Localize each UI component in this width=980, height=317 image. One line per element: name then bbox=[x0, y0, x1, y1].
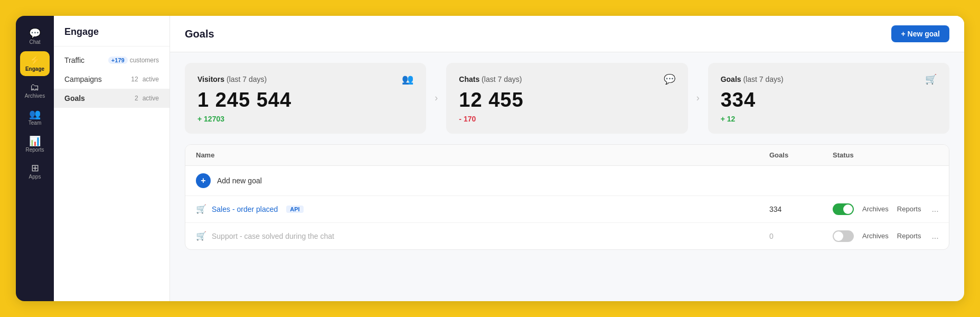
app-container: 💬 Chat ⚡ Engage 🗂 Archives 👥 Team 📊 Repo… bbox=[16, 16, 964, 301]
archives-link-1[interactable]: Archives bbox=[862, 205, 889, 213]
stat-card-visitors-title-suffix: (last 7 days) bbox=[224, 75, 267, 83]
sidebar-menu: Traffic +179 customers Campaigns 12 acti… bbox=[54, 46, 169, 112]
sidebar-item-engage[interactable]: ⚡ Engage bbox=[20, 51, 50, 76]
archives-icon: 🗂 bbox=[30, 82, 40, 92]
traffic-label: Traffic bbox=[64, 56, 84, 64]
goal-count-1: 334 bbox=[769, 205, 833, 213]
goals-stat-icon: 🛒 bbox=[925, 73, 937, 85]
cart-icon-1: 🛒 bbox=[196, 204, 206, 214]
reports-link-1[interactable]: Reports bbox=[897, 205, 921, 213]
sidebar-item-archives[interactable]: 🗂 Archives bbox=[20, 78, 50, 103]
sidebar-item-apps[interactable]: ⊞ Apps bbox=[20, 159, 50, 184]
sidebar-menu-item-goals[interactable]: Goals 2 active bbox=[54, 89, 169, 108]
stat-card-goals-header: Goals (last 7 days) 🛒 bbox=[721, 73, 937, 85]
goals-label: Goals bbox=[64, 94, 85, 102]
goals-stat-change: + 12 bbox=[721, 115, 937, 123]
campaigns-badge: 12 bbox=[131, 76, 138, 83]
new-goal-button[interactable]: + New goal bbox=[891, 25, 949, 42]
nav-label-engage: Engage bbox=[25, 67, 44, 72]
chats-change: - 170 bbox=[459, 115, 675, 123]
goals-badge-area: 2 active bbox=[135, 95, 159, 102]
goal-name-cell-1: 🛒 Sales - order placed API bbox=[196, 204, 769, 214]
status-cell-1: Archives Reports ... bbox=[833, 203, 938, 215]
stat-card-goals-title: Goals (last 7 days) bbox=[721, 75, 784, 83]
traffic-badge: +179 bbox=[108, 57, 128, 64]
col-status: Status bbox=[833, 151, 938, 159]
toggle-knob-1 bbox=[843, 204, 853, 214]
left-nav: 💬 Chat ⚡ Engage 🗂 Archives 👥 Team 📊 Repo… bbox=[16, 16, 54, 301]
stat-card-visitors-title-bold: Visitors bbox=[197, 75, 224, 83]
visitors-icon: 👥 bbox=[402, 73, 413, 85]
goal-link-2[interactable]: Support - case solved during the chat bbox=[212, 232, 334, 240]
campaigns-label: Campaigns bbox=[64, 75, 102, 83]
reports-link-2[interactable]: Reports bbox=[897, 232, 921, 240]
add-goal-plus-button[interactable]: + bbox=[196, 173, 211, 188]
visitors-change: + 12703 bbox=[197, 115, 413, 123]
stat-card-visitors-title: Visitors (last 7 days) bbox=[197, 75, 267, 83]
goals-badge: 2 bbox=[135, 95, 138, 102]
team-icon: 👥 bbox=[29, 109, 41, 119]
chats-icon: 💬 bbox=[664, 73, 675, 85]
goals-table: Name Goals Status + Add new goal 🛒 Sales… bbox=[185, 144, 949, 250]
table-row: 🛒 Sales - order placed API 334 Archives … bbox=[185, 196, 949, 223]
visitors-value: 1 245 544 bbox=[197, 89, 413, 111]
chats-value: 12 455 bbox=[459, 89, 675, 111]
campaigns-badge-suffix: active bbox=[143, 76, 159, 83]
stat-card-chats-title: Chats (last 7 days) bbox=[459, 75, 522, 83]
apps-icon: ⊞ bbox=[31, 163, 39, 173]
stat-card-chats: Chats (last 7 days) 💬 12 455 - 170 bbox=[446, 63, 687, 134]
sidebar-menu-item-campaigns[interactable]: Campaigns 12 active bbox=[54, 70, 169, 89]
campaigns-badge-area: 12 active bbox=[131, 76, 159, 83]
sidebar-item-team[interactable]: 👥 Team bbox=[20, 105, 50, 130]
stats-row: Visitors (last 7 days) 👥 1 245 544 + 127… bbox=[185, 63, 949, 134]
reports-icon: 📊 bbox=[29, 136, 41, 146]
toggle-2[interactable] bbox=[833, 230, 854, 242]
goal-count-2: 0 bbox=[769, 232, 833, 240]
stat-card-goals: Goals (last 7 days) 🛒 334 + 12 bbox=[708, 63, 949, 134]
stat-card-chats-title-suffix: (last 7 days) bbox=[479, 75, 522, 83]
table-header: Name Goals Status bbox=[185, 145, 949, 166]
stat-card-visitors: Visitors (last 7 days) 👥 1 245 544 + 127… bbox=[185, 63, 426, 134]
add-new-goal-row[interactable]: + Add new goal bbox=[185, 166, 949, 196]
app-wrapper: 💬 Chat ⚡ Engage 🗂 Archives 👥 Team 📊 Repo… bbox=[0, 0, 980, 317]
sidebar-title: Engage bbox=[54, 16, 169, 46]
main-header: Goals + New goal bbox=[170, 16, 964, 52]
stat-card-visitors-header: Visitors (last 7 days) 👥 bbox=[197, 73, 413, 85]
cart-icon-2: 🛒 bbox=[196, 231, 206, 241]
nav-label-team: Team bbox=[29, 120, 41, 126]
nav-label-reports: Reports bbox=[25, 147, 44, 153]
more-button-1[interactable]: ... bbox=[929, 204, 940, 214]
add-new-goal-label: Add new goal bbox=[217, 176, 262, 185]
sidebar-menu-item-traffic[interactable]: Traffic +179 customers bbox=[54, 51, 169, 70]
stat-card-goals-title-bold: Goals bbox=[721, 75, 741, 83]
nav-label-chat: Chat bbox=[29, 40, 40, 45]
stat-card-goals-title-suffix: (last 7 days) bbox=[741, 75, 784, 83]
traffic-badge-area: +179 customers bbox=[108, 57, 159, 64]
archives-link-2[interactable]: Archives bbox=[862, 232, 889, 240]
main-content: Goals + New goal Visitors (last 7 days) … bbox=[170, 16, 964, 301]
stat-card-chats-header: Chats (last 7 days) 💬 bbox=[459, 73, 675, 85]
nav-label-archives: Archives bbox=[25, 94, 45, 99]
status-cell-2: Archives Reports ... bbox=[833, 230, 938, 242]
sidebar: Engage Traffic +179 customers Campaigns … bbox=[54, 16, 170, 301]
sidebar-item-reports[interactable]: 📊 Reports bbox=[20, 132, 50, 157]
engage-icon: ⚡ bbox=[29, 55, 41, 65]
toggle-knob-2 bbox=[834, 231, 843, 241]
content-area: Visitors (last 7 days) 👥 1 245 544 + 127… bbox=[170, 52, 964, 301]
arrow-2: › bbox=[696, 92, 700, 104]
traffic-badge-suffix: customers bbox=[130, 57, 159, 64]
page-title: Goals bbox=[185, 28, 214, 40]
nav-label-apps: Apps bbox=[29, 174, 41, 180]
api-badge-1: API bbox=[286, 206, 303, 213]
col-goals: Goals bbox=[769, 151, 833, 159]
goals-stat-value: 334 bbox=[721, 89, 937, 111]
more-button-2[interactable]: ... bbox=[929, 231, 940, 241]
stat-card-chats-title-bold: Chats bbox=[459, 75, 479, 83]
goal-name-cell-2: 🛒 Support - case solved during the chat bbox=[196, 231, 769, 241]
goals-badge-suffix: active bbox=[143, 95, 159, 102]
goal-link-1[interactable]: Sales - order placed bbox=[212, 205, 278, 213]
table-row: 🛒 Support - case solved during the chat … bbox=[185, 223, 949, 249]
sidebar-item-chat[interactable]: 💬 Chat bbox=[20, 24, 50, 49]
toggle-1[interactable] bbox=[833, 203, 854, 215]
col-name: Name bbox=[196, 151, 769, 159]
